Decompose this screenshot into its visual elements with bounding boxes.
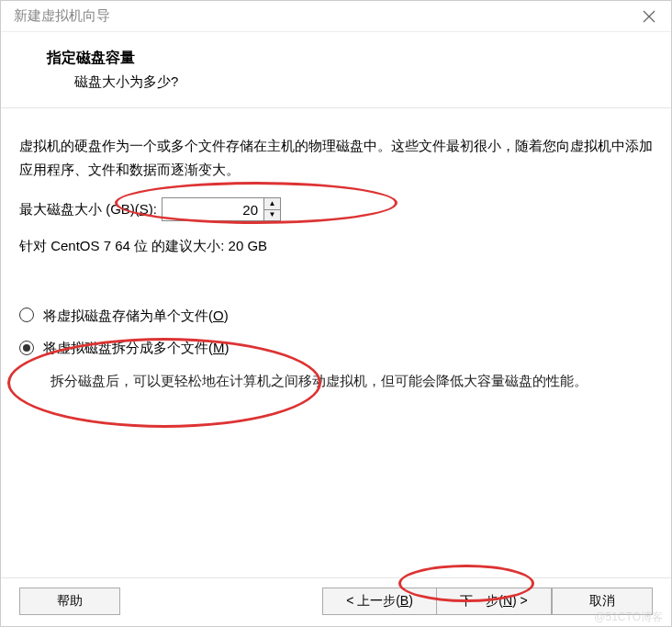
disk-size-label-post: ): — [149, 201, 157, 217]
radio-single-label: 将虚拟磁盘存储为单个文件(O) — [43, 304, 229, 328]
radio-single-pre: 将虚拟磁盘存储为单个文件( — [43, 308, 213, 323]
radio-single-file[interactable]: 将虚拟磁盘存储为单个文件(O) — [19, 304, 653, 328]
radio-split-hotkey: M — [213, 340, 225, 355]
watermark-text: @51CTO博客 — [594, 610, 663, 625]
disk-size-spinner: ▲ ▼ — [162, 197, 281, 221]
disk-size-row: 最大磁盘大小 (GB)(S): ▲ ▼ — [19, 197, 653, 221]
radio-split-post: ) — [225, 340, 230, 355]
wizard-footer: 帮助 < 上一步(B) 下一步(N) > 取消 — [1, 577, 671, 626]
titlebar: 新建虚拟机向导 — [1, 1, 671, 32]
description-text: 虚拟机的硬盘作为一个或多个文件存储在主机的物理磁盘中。这些文件最初很小，随着您向… — [19, 134, 653, 181]
help-button[interactable]: 帮助 — [19, 588, 120, 615]
next-hotkey: N — [503, 593, 512, 608]
radio-icon — [19, 341, 34, 355]
recommended-size-text: 针对 CentOS 7 64 位 的建议大小: 20 GB — [19, 234, 653, 258]
disk-size-label: 最大磁盘大小 (GB)(S): — [19, 197, 157, 221]
disk-size-hotkey: S — [140, 201, 149, 217]
next-pre: 下一步( — [460, 593, 503, 608]
wizard-header: 指定磁盘容量 磁盘大小为多少? — [1, 32, 671, 108]
close-icon — [643, 10, 655, 23]
window-title: 新建虚拟机向导 — [14, 7, 636, 25]
next-button[interactable]: 下一步(N) > — [437, 588, 552, 615]
close-button[interactable] — [636, 4, 662, 29]
back-hotkey: B — [400, 593, 409, 608]
disk-size-input[interactable] — [162, 198, 263, 220]
page-title: 指定磁盘容量 — [47, 49, 645, 68]
back-post: ) — [409, 593, 413, 608]
radio-split-label: 将虚拟磁盘拆分成多个文件(M) — [43, 336, 230, 360]
radio-single-post: ) — [224, 308, 229, 323]
radio-split-files[interactable]: 将虚拟磁盘拆分成多个文件(M) — [19, 336, 653, 360]
next-post: ) > — [512, 593, 528, 608]
spinner-up-button[interactable]: ▲ — [264, 198, 280, 210]
page-subtitle: 磁盘大小为多少? — [47, 73, 645, 91]
disk-size-label-pre: 最大磁盘大小 (GB)( — [19, 201, 140, 217]
disk-storage-radio-group: 将虚拟磁盘存储为单个文件(O) 将虚拟磁盘拆分成多个文件(M) 拆分磁盘后，可以… — [19, 304, 653, 393]
spinner-down-button[interactable]: ▼ — [264, 210, 280, 221]
radio-single-hotkey: O — [213, 308, 224, 323]
back-button[interactable]: < 上一步(B) — [322, 588, 437, 615]
wizard-body: 虚拟机的硬盘作为一个或多个文件存储在主机的物理磁盘中。这些文件最初很小，随着您向… — [1, 108, 671, 577]
radio-icon — [19, 308, 34, 322]
radio-split-description: 拆分磁盘后，可以更轻松地在计算机之间移动虚拟机，但可能会降低大容量磁盘的性能。 — [19, 369, 653, 393]
back-pre: < 上一步( — [346, 593, 400, 608]
radio-split-pre: 将虚拟磁盘拆分成多个文件( — [43, 340, 213, 355]
